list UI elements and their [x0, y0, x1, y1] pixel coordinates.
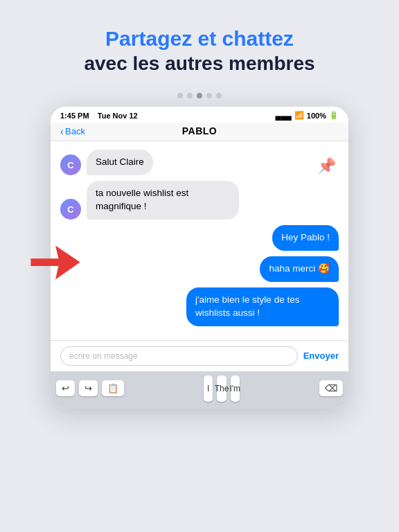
pin-icon: 📌	[317, 157, 336, 175]
input-placeholder: écrire un message	[69, 351, 138, 361]
message-row: haha merci 🥰	[60, 256, 339, 282]
message-row: j'aime bien le style de tes wishlists au…	[60, 287, 339, 326]
dot-1[interactable]	[177, 93, 183, 98]
sent-bubble: Hey Pablo !	[272, 225, 339, 251]
sent-bubble: haha merci 🥰	[260, 256, 339, 282]
received-bubble: ta nouvelle wishlist est magnifique !	[87, 181, 239, 220]
avatar: C	[60, 199, 81, 220]
word-suggestion-2[interactable]: The	[217, 375, 226, 402]
navigation-bar: ‹ Back PABLO	[51, 123, 348, 141]
status-bar: 1:45 PM Tue Nov 12 ▄▄▄ 📶 100% 🔋	[51, 107, 348, 123]
status-icons: ▄▄▄ 📶 100% 🔋	[275, 111, 339, 120]
back-button[interactable]: ‹ Back	[60, 125, 85, 137]
device-wrapper: 1:45 PM Tue Nov 12 ▄▄▄ 📶 100% 🔋 ‹ Back P…	[40, 107, 359, 532]
battery-label: 100%	[307, 112, 326, 120]
keyboard-tool-group: ↩ ↪ 📋	[56, 380, 124, 396]
message-row: C Salut Claire 📌	[60, 150, 339, 175]
message-row: Hey Pablo !	[60, 225, 339, 251]
dot-4[interactable]	[206, 93, 212, 98]
red-arrow-icon	[28, 242, 83, 283]
signal-icon: ▄▄▄	[275, 112, 291, 120]
dot-3[interactable]	[197, 93, 202, 98]
svg-marker-0	[30, 246, 80, 280]
input-bar: écrire un message Envoyer	[51, 340, 348, 371]
dot-2[interactable]	[187, 93, 193, 98]
keyboard: ↩ ↪ 📋 I The I'm ⌫	[51, 371, 348, 409]
paste-button[interactable]: 📋	[102, 380, 124, 396]
chevron-left-icon: ‹	[60, 125, 64, 137]
word-suggestion-1[interactable]: I	[204, 375, 213, 402]
header-section: Partagez et chattez avec les autres memb…	[0, 0, 399, 93]
delete-key[interactable]: ⌫	[319, 380, 343, 396]
message-row: C ta nouvelle wishlist est magnifique !	[60, 181, 339, 220]
header-subtitle-dark: avec les autres membres	[28, 51, 371, 76]
header-title-blue: Partagez et chattez	[28, 26, 371, 51]
undo-button[interactable]: ↩	[56, 380, 75, 396]
back-label: Back	[65, 126, 85, 136]
nav-title: PABLO	[182, 125, 217, 136]
avatar: C	[60, 154, 81, 175]
status-time-date: 1:45 PM Tue Nov 12	[60, 112, 138, 120]
page-indicator	[177, 93, 222, 98]
word-suggestion-3[interactable]: I'm	[231, 375, 240, 402]
keyboard-toolbar: ↩ ↪ 📋 I The I'm ⌫	[53, 375, 346, 406]
send-button[interactable]: Envoyer	[303, 351, 339, 361]
chat-area: C Salut Claire 📌 C ta nouvelle wishlist …	[51, 141, 348, 339]
dot-5[interactable]	[216, 93, 222, 98]
received-bubble: Salut Claire	[87, 150, 153, 175]
battery-icon: 🔋	[329, 111, 339, 120]
redo-button[interactable]: ↪	[79, 380, 98, 396]
sent-bubble: j'aime bien le style de tes wishlists au…	[186, 287, 339, 326]
message-input[interactable]: écrire un message	[60, 346, 298, 366]
wifi-icon: 📶	[294, 111, 304, 120]
word-suggestions: I The I'm	[204, 375, 240, 402]
device-mockup: 1:45 PM Tue Nov 12 ▄▄▄ 📶 100% 🔋 ‹ Back P…	[51, 107, 348, 408]
